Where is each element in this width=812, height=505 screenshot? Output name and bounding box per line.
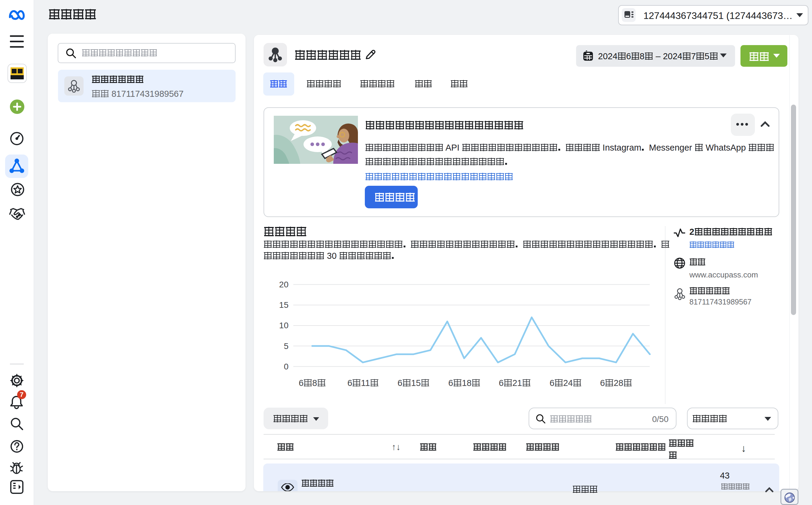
svg-text:5: 5: [284, 341, 288, 351]
svg-text:15: 15: [279, 300, 288, 310]
svg-text:10: 10: [279, 321, 288, 330]
svg-text:20: 20: [279, 280, 288, 289]
svg-text:0: 0: [284, 362, 288, 371]
